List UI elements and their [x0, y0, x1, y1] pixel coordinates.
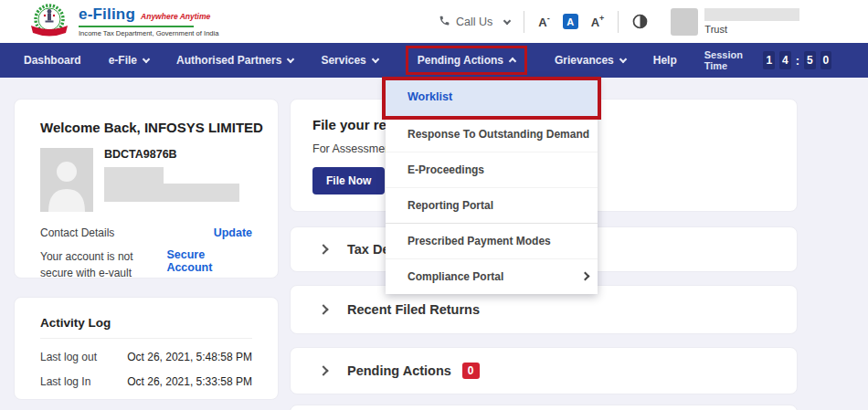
redacted-name-bar: [704, 8, 799, 21]
font-decrease-button[interactable]: A-: [538, 14, 549, 29]
session-digit: 5: [804, 51, 816, 69]
evault-status-text: Your account is not secure with e-vault: [40, 248, 166, 279]
session-time-label: Session Time: [704, 49, 756, 71]
divider: [524, 11, 524, 33]
chevron-right-icon: [318, 244, 328, 254]
phone-icon: [439, 15, 450, 29]
chevron-up-icon: [509, 57, 516, 64]
pending-count-badge: 0: [462, 363, 480, 379]
chevron-down-icon: [503, 16, 511, 24]
contact-details-label: Contact Details: [40, 226, 114, 239]
main-nav: Dashboard e-File Authorised Partners Ser…: [0, 43, 868, 78]
nav-item-authorised-partners[interactable]: Authorised Partners: [176, 54, 293, 67]
chevron-right-icon: [581, 271, 590, 280]
dropdown-item-reporting-portal[interactable]: Reporting Portal: [386, 187, 598, 223]
font-default-button[interactable]: A: [563, 14, 578, 29]
top-header: e-Filing Anywhere Anytime Income Tax Dep…: [0, 0, 868, 43]
chevron-down-icon: [143, 56, 150, 63]
activity-log-card: Activity Log Last log out Oct 26, 2021, …: [14, 297, 279, 400]
accordion-pending-actions[interactable]: Pending Actions 0: [290, 347, 798, 394]
session-digit: 1: [763, 51, 775, 69]
chevron-right-icon: [318, 304, 328, 314]
profile-type-label: Trust: [704, 24, 799, 35]
session-digit: 0: [820, 51, 832, 69]
update-link[interactable]: Update: [214, 226, 252, 239]
redacted-text-bar: [104, 167, 164, 184]
activity-row-value: Oct 26, 2021, 5:48:58 PM: [127, 351, 252, 363]
nav-item-grievances[interactable]: Grievances: [555, 54, 626, 67]
partial-next-card: [290, 405, 798, 410]
call-us-label: Call Us: [456, 16, 492, 28]
activity-row-value: Oct 26, 2021, 5:33:58 PM: [127, 375, 252, 388]
activity-row: Last log In Oct 26, 2021, 5:33:58 PM: [40, 375, 252, 388]
activity-row-label: Last log out: [40, 351, 97, 363]
dropdown-item-prescribed-payment-modes[interactable]: Prescribed Payment Modes: [386, 223, 598, 258]
dropdown-item-compliance-portal[interactable]: Compliance Portal: [386, 258, 598, 294]
avatar: [671, 8, 698, 36]
nav-item-help[interactable]: Help: [653, 54, 677, 67]
font-size-controls: A- A A+: [538, 14, 604, 29]
user-avatar: [40, 148, 93, 212]
profile-menu[interactable]: Trust: [671, 8, 799, 36]
dropdown-item-e-proceedings[interactable]: E-Proceedings: [386, 152, 598, 187]
contrast-toggle-button[interactable]: [632, 14, 648, 29]
session-digit: 4: [779, 51, 791, 69]
call-us-menu[interactable]: Call Us: [439, 15, 510, 29]
brand-title: e-Filing: [79, 5, 135, 24]
divider: [618, 11, 619, 33]
session-timer: Session Time 1 4 : 5 0: [704, 49, 832, 71]
font-increase-button[interactable]: A+: [591, 14, 605, 29]
chevron-right-icon: [318, 365, 328, 375]
welcome-title: Welcome Back, INFOSYS LIMITED: [40, 120, 252, 135]
brand-block: e-Filing Anywhere Anytime Income Tax Dep…: [79, 5, 210, 37]
nav-item-pending-actions[interactable]: Pending Actions: [406, 46, 527, 75]
chevron-down-icon: [619, 56, 626, 63]
session-colon: :: [796, 54, 799, 68]
nav-item-services[interactable]: Services: [321, 54, 377, 67]
dropdown-item-worklist[interactable]: Worklist: [386, 78, 598, 116]
pan-number: BDCTA9876B: [104, 148, 239, 161]
welcome-card: Welcome Back, INFOSYS LIMITED BDCTA9876B…: [14, 99, 279, 279]
pending-actions-dropdown: Worklist Response To Outstanding Demand …: [386, 78, 598, 294]
nav-item-dashboard[interactable]: Dashboard: [24, 54, 81, 67]
chevron-down-icon: [287, 56, 294, 63]
efiling-dashboard-screen: e-Filing Anywhere Anytime Income Tax Dep…: [0, 0, 868, 410]
activity-row-label: Last log In: [40, 375, 90, 388]
activity-log-title: Activity Log: [40, 316, 252, 339]
header-tools: Call Us A- A A+ Trust: [439, 0, 799, 43]
brand-tagline: Anywhere Anytime: [141, 12, 210, 21]
nav-item-efile[interactable]: e-File: [109, 54, 149, 67]
file-now-button[interactable]: File Now: [312, 167, 385, 194]
activity-row: Last log out Oct 26, 2021, 5:48:58 PM: [40, 351, 252, 363]
secure-account-link[interactable]: Secure Account: [166, 248, 252, 279]
dropdown-item-response-outstanding-demand[interactable]: Response To Outstanding Demand: [386, 116, 598, 152]
chevron-down-icon: [372, 56, 379, 63]
contrast-icon: [632, 14, 648, 29]
brand-subtitle: Income Tax Department, Government of Ind…: [79, 26, 194, 37]
income-tax-emblem-icon: [25, 2, 72, 47]
redacted-text-bar: [104, 184, 239, 202]
